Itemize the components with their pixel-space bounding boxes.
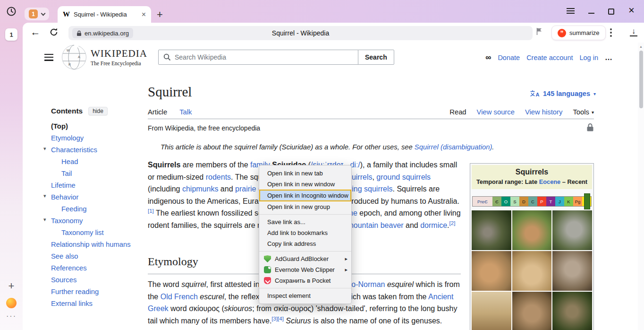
tab-article[interactable]: Article: [148, 108, 167, 119]
tab-group-chip[interactable]: 1: [25, 8, 49, 20]
toc-expand-caret[interactable]: ▾: [43, 193, 46, 199]
toc-link[interactable]: Further reading: [51, 288, 99, 295]
toc-link[interactable]: Characteristics: [51, 146, 97, 154]
toc-item[interactable]: Further reading: [44, 286, 144, 297]
bookmark-flag-icon[interactable]: [536, 27, 542, 37]
link[interactable]: [1]: [148, 208, 154, 214]
toc-item[interactable]: ▾Behavior: [44, 191, 144, 203]
toc-link[interactable]: Taxonomy list: [61, 229, 104, 236]
address-bar[interactable]: en.wikipedia.org Squirrel - Wikipedia: [68, 26, 533, 40]
header-more-icon[interactable]: …: [605, 53, 612, 62]
toc-link[interactable]: External links: [51, 300, 93, 307]
squirrel-photo-9[interactable]: [552, 292, 592, 330]
toc-expand-caret[interactable]: ▾: [43, 146, 46, 152]
toc-item[interactable]: Tail: [44, 167, 144, 179]
link[interactable]: [3][4]: [271, 315, 284, 321]
wikipedia-wordmark[interactable]: WIKIPEDIA The Free Encyclopedia: [91, 48, 147, 66]
sidebar-add-button[interactable]: +: [0, 280, 23, 292]
toc-link[interactable]: References: [51, 264, 87, 272]
link[interactable]: Squirrel (disambiguation): [415, 143, 492, 151]
search-button[interactable]: Search: [358, 50, 394, 65]
toc-link[interactable]: Behavior: [51, 193, 78, 201]
toc-item[interactable]: Sources: [44, 274, 144, 286]
link[interactable]: dormice: [420, 221, 447, 229]
menu-item[interactable]: Сохранить в Pocket: [259, 275, 351, 286]
squirrel-photo-5[interactable]: [512, 251, 552, 291]
wikipedia-menu-icon[interactable]: [44, 54, 53, 63]
toc-item[interactable]: See also: [44, 250, 144, 262]
menu-item[interactable]: Open link in new tab: [259, 168, 351, 179]
toc-link[interactable]: Relationship with humans: [51, 241, 131, 248]
toc-item[interactable]: References: [44, 262, 144, 274]
tab-talk[interactable]: Talk: [179, 108, 192, 119]
link[interactable]: Eocene: [539, 178, 561, 185]
toc-item[interactable]: ▾Characteristics: [44, 144, 144, 156]
menu-item[interactable]: Inspect element: [259, 290, 351, 301]
squirrel-photo-4[interactable]: [472, 251, 511, 291]
toc-link[interactable]: See also: [51, 252, 78, 260]
squirrel-photo-7[interactable]: [472, 292, 511, 330]
link[interactable]: mountain beaver: [347, 221, 403, 229]
toolbar-more-icon[interactable]: [610, 28, 612, 38]
donate-link[interactable]: Donate: [498, 54, 520, 61]
toc-link[interactable]: Feeding: [61, 205, 86, 213]
menu-item[interactable]: Save link as...: [259, 217, 351, 227]
toc-link[interactable]: Head: [61, 158, 78, 165]
yandex-services-icon[interactable]: [6, 298, 17, 308]
tab-close-icon[interactable]: ×: [142, 11, 146, 18]
sidebar-tab-counter[interactable]: 1: [5, 28, 17, 41]
summarize-button[interactable]: ” summarize: [551, 26, 606, 40]
scroll-up-arrow[interactable]: ▲: [639, 45, 643, 48]
menu-item[interactable]: Open link in Incognito window: [259, 190, 351, 201]
timescale-label[interactable]: PreЄ: [477, 199, 488, 204]
squirrel-photo-1[interactable]: [472, 210, 511, 250]
toc-link[interactable]: Taxonomy: [51, 217, 83, 225]
wikipedia-globe-logo[interactable]: W A R: [61, 44, 87, 70]
squirrel-photo-6[interactable]: [552, 251, 592, 291]
minimize-button[interactable]: [588, 13, 594, 14]
link[interactable]: ground squirrels: [376, 173, 431, 181]
toc-item[interactable]: Feeding: [44, 203, 144, 215]
reload-button[interactable]: [49, 27, 60, 39]
link[interactable]: rodents: [206, 173, 231, 181]
squirrel-photo-8[interactable]: [512, 292, 552, 330]
infinity-icon[interactable]: ∞: [485, 53, 491, 62]
link[interactable]: Old French: [161, 293, 198, 301]
menu-item[interactable]: Open link in new window: [259, 179, 351, 190]
close-window-button[interactable]: ×: [628, 4, 635, 17]
search-input[interactable]: [158, 50, 358, 65]
menu-item[interactable]: Open link in new group: [259, 201, 351, 212]
maximize-button[interactable]: [608, 9, 614, 15]
toc-item[interactable]: Lifetime: [44, 179, 144, 191]
squirrel-photo-2[interactable]: [512, 210, 552, 250]
toc-item[interactable]: Taxonomy list: [44, 226, 144, 238]
menu-item[interactable]: Add link to bookmarks: [259, 227, 351, 238]
toc-item[interactable]: (Top): [44, 120, 144, 132]
menu-item[interactable]: Evernote Web Clipper▸: [259, 264, 351, 275]
toc-link[interactable]: Tail: [61, 170, 72, 177]
menu-item[interactable]: AdGuard AdBlocker▸: [259, 253, 351, 264]
squirrel-photo-3[interactable]: [552, 210, 592, 250]
toc-link[interactable]: Lifetime: [51, 182, 76, 189]
scrollbar[interactable]: ▲: [638, 43, 644, 330]
scrollbar-thumb[interactable]: [639, 51, 643, 108]
toc-link[interactable]: (Top): [51, 122, 68, 130]
toc-item[interactable]: Etymology: [44, 132, 144, 144]
login-link[interactable]: Log in: [579, 54, 598, 61]
tab-read[interactable]: Read: [449, 108, 466, 119]
chevron-down-icon[interactable]: [41, 11, 46, 16]
create-account-link[interactable]: Create account: [526, 54, 573, 61]
link[interactable]: [2]: [449, 220, 456, 226]
browser-menu-icon[interactable]: [567, 8, 575, 15]
tab-view-history[interactable]: View history: [525, 108, 563, 119]
toc-link[interactable]: Etymology: [51, 134, 84, 142]
new-tab-button[interactable]: +: [157, 9, 163, 21]
back-button[interactable]: ←: [28, 26, 42, 38]
toc-item[interactable]: External links: [44, 297, 144, 309]
tab-group-badge[interactable]: 1: [29, 9, 38, 18]
tab-tools[interactable]: Tools▾: [573, 108, 594, 119]
tab-view-source[interactable]: View source: [477, 108, 515, 119]
toc-item[interactable]: Relationship with humans: [44, 238, 144, 250]
languages-button[interactable]: A 145 languages ▾: [530, 90, 596, 97]
toc-link[interactable]: Sources: [51, 276, 76, 284]
